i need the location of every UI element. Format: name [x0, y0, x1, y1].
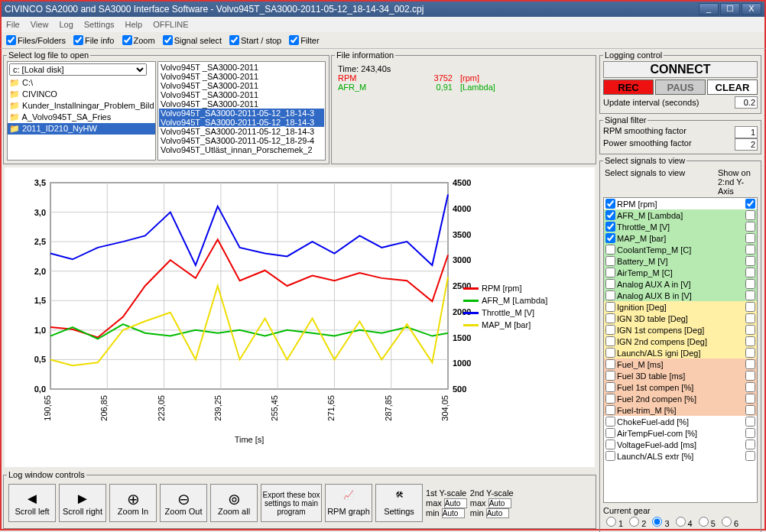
gear-radio[interactable]: 1: [606, 517, 623, 528]
folder-item[interactable]: 📁 CIVINCO: [8, 89, 155, 100]
signal-view-check[interactable]: [605, 382, 615, 392]
signal-view-check[interactable]: [605, 279, 615, 289]
minimize-button[interactable]: _: [699, 3, 719, 15]
zoom-out-button[interactable]: ⊖Zoom Out: [160, 484, 207, 522]
signal-view-check[interactable]: [605, 302, 615, 312]
signal-y2-check[interactable]: [745, 440, 755, 449]
signal-y2-check[interactable]: [745, 290, 755, 300]
signal-y2-check[interactable]: [745, 382, 755, 392]
signal-y2-check[interactable]: [745, 245, 755, 255]
signal-y2-check[interactable]: [745, 417, 755, 427]
folder-item[interactable]: 📁 A_Volvo945T_SA_Fries: [8, 112, 155, 123]
connect-button[interactable]: CONNECT: [603, 61, 758, 78]
signal-y2-check[interactable]: [745, 199, 755, 209]
signal-view-check[interactable]: [605, 233, 615, 243]
signal-y2-check[interactable]: [745, 348, 755, 358]
folder-item[interactable]: 📁 Kunder_Installningar_Problem_Bild: [8, 100, 155, 112]
signal-y2-check[interactable]: [745, 325, 755, 335]
signal-row[interactable]: Launch/ALS igni [Deg]: [604, 347, 757, 358]
y2-min-input[interactable]: [486, 508, 509, 518]
signal-row[interactable]: AirTempFuel-com [%]: [604, 427, 757, 439]
signal-row[interactable]: IGN 3D table [Deg]: [604, 313, 757, 324]
signal-y2-check[interactable]: [745, 451, 755, 461]
paus-button[interactable]: PAUS: [655, 79, 706, 95]
settings-button[interactable]: 🛠Settings: [375, 484, 423, 522]
signal-row[interactable]: Ignition [Deg]: [604, 301, 757, 313]
signal-y2-check[interactable]: [745, 222, 755, 232]
file-item[interactable]: Volvo945T_SA3000-2011-05-12_18-29-4: [159, 136, 324, 145]
signal-row[interactable]: Analog AUX B in [V]: [604, 290, 757, 301]
signal-row[interactable]: IGN 2nd compens [Deg]: [604, 336, 757, 347]
signal-view-check[interactable]: [605, 428, 615, 438]
signal-y2-check[interactable]: [745, 405, 755, 415]
signal-view-check[interactable]: [605, 348, 615, 358]
signal-y2-check[interactable]: [745, 210, 755, 220]
power-smooth-input[interactable]: [735, 138, 758, 151]
folder-item[interactable]: 📁 C:\: [8, 77, 155, 89]
clear-button[interactable]: CLEAR: [707, 79, 758, 95]
signal-list[interactable]: RPM [rpm]AFR_M [Lambda]Throttle_M [V]MAP…: [603, 197, 758, 503]
signal-view-check[interactable]: [605, 325, 615, 335]
signal-row[interactable]: RPM [rpm]: [604, 198, 757, 209]
signal-view-check[interactable]: [605, 313, 615, 323]
signal-row[interactable]: Fuel 1st compen [%]: [604, 381, 757, 393]
signal-row[interactable]: VoltageFuel-add [ms]: [604, 439, 757, 450]
scroll-left-button[interactable]: ◄Scroll left: [8, 484, 56, 522]
menu-log[interactable]: Log: [59, 20, 73, 29]
rpm-graph-button[interactable]: 📈RPM graph: [325, 484, 372, 522]
toolbar-start-stop[interactable]: Start / stop: [229, 35, 281, 45]
signal-view-check[interactable]: [605, 199, 615, 209]
signal-row[interactable]: AirTemp_M [C]: [604, 267, 757, 278]
file-item[interactable]: Volvo945T _SA3000-2011: [159, 81, 324, 90]
signal-y2-check[interactable]: [745, 233, 755, 243]
signal-row[interactable]: IGN 1st compens [Deg]: [604, 324, 757, 336]
signal-row[interactable]: MAP_M [bar]: [604, 232, 757, 244]
update-interval-input[interactable]: [735, 96, 758, 109]
signal-view-check[interactable]: [605, 405, 615, 415]
signal-y2-check[interactable]: [745, 336, 755, 346]
drive-select[interactable]: c: [Lokal disk]: [9, 63, 147, 76]
toolbar-files-folders[interactable]: Files/Folders: [6, 35, 66, 45]
signal-view-check[interactable]: [605, 210, 615, 220]
toolbar-filter[interactable]: Filter: [289, 35, 319, 45]
gear-radio[interactable]: 3: [652, 517, 669, 528]
signal-view-check[interactable]: [605, 268, 615, 277]
signal-view-check[interactable]: [605, 290, 615, 300]
gear-radio[interactable]: 4: [676, 517, 693, 528]
file-item[interactable]: Volvo945T _SA3000-2011: [159, 90, 324, 99]
toolbar-signal-select[interactable]: Signal select: [163, 35, 222, 45]
signal-row[interactable]: Fuel_M [ms]: [604, 358, 757, 370]
signal-y2-check[interactable]: [745, 371, 755, 381]
file-item[interactable]: Volvo945T _SA3000-2011: [159, 72, 324, 81]
gear-radio[interactable]: 2: [629, 517, 646, 528]
maximize-button[interactable]: ☐: [720, 3, 740, 15]
y1-min-input[interactable]: [442, 508, 465, 518]
signal-view-check[interactable]: [605, 417, 615, 427]
signal-view-check[interactable]: [605, 440, 615, 449]
signal-view-check[interactable]: [605, 394, 615, 404]
file-item[interactable]: Volvo945T _SA3000-2011: [159, 63, 324, 72]
chart-area[interactable]: 0,00,51,01,52,02,53,03,55001000150020002…: [5, 167, 595, 467]
scroll-right-button[interactable]: ►Scroll right: [59, 484, 106, 522]
signal-y2-check[interactable]: [745, 302, 755, 312]
signal-y2-check[interactable]: [745, 428, 755, 438]
signal-row[interactable]: CoolantTemp_M [C]: [604, 244, 757, 255]
toolbar-file-info[interactable]: File info: [73, 35, 115, 45]
signal-view-check[interactable]: [605, 371, 615, 381]
signal-y2-check[interactable]: [745, 359, 755, 369]
menu-view[interactable]: View: [31, 20, 49, 29]
signal-y2-check[interactable]: [745, 279, 755, 289]
signal-row[interactable]: Fuel-trim_M [%]: [604, 404, 757, 416]
signal-view-check[interactable]: [605, 336, 615, 346]
signal-view-check[interactable]: [605, 222, 615, 232]
signal-row[interactable]: ChokeFuel-add [%]: [604, 416, 757, 427]
signal-row[interactable]: Throttle_M [V]: [604, 221, 757, 232]
file-item[interactable]: Volvo945T_Utläst_innan_Porschemek_2: [159, 145, 324, 154]
file-item[interactable]: Volvo945T_SA3000-2011-05-12_18-14-3: [159, 109, 324, 118]
signal-row[interactable]: Analog AUX A in [V]: [604, 278, 757, 290]
file-item[interactable]: Volvo945T _SA3000-2011: [159, 99, 324, 109]
export-settings-button[interactable]: Export these box settings to main progra…: [261, 484, 322, 522]
file-list[interactable]: Volvo945T _SA3000-2011Volvo945T _SA3000-…: [157, 61, 326, 161]
signal-view-check[interactable]: [605, 256, 615, 266]
file-item[interactable]: Volvo945T_SA3000-2011-05-12_18-14-3: [159, 127, 324, 136]
